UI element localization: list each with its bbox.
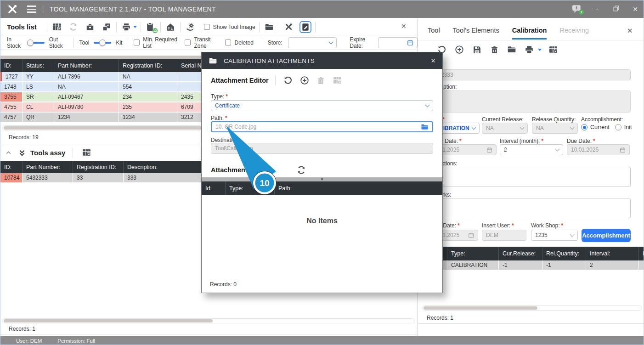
refresh-icon[interactable] xyxy=(68,21,79,33)
col-type[interactable]: Type: xyxy=(226,181,275,195)
col-part-number[interactable]: Part Number: xyxy=(54,59,119,72)
pick-list-icon[interactable]: 12 xyxy=(145,21,157,33)
print-icon[interactable] xyxy=(120,21,132,33)
col-id[interactable]: ID: xyxy=(0,59,23,72)
warehouse-in-out-icon[interactable] xyxy=(164,21,176,33)
close-button[interactable]: ✕ xyxy=(631,6,640,13)
folder-icon[interactable] xyxy=(263,21,275,33)
min-required-checkbox[interactable] xyxy=(134,40,140,45)
interval-select[interactable]: 2 xyxy=(500,144,563,155)
store-label: Store: xyxy=(268,40,282,46)
calendar-icon[interactable] xyxy=(407,40,413,46)
transit-zone-checkbox[interactable] xyxy=(185,40,191,45)
tools-assy-hscrollbar[interactable] xyxy=(2,318,415,323)
accomplishment-button[interactable]: Accomplishment xyxy=(582,229,631,242)
detail-close-icon[interactable]: ✕ xyxy=(627,27,633,35)
cell-reg: 234 xyxy=(119,92,177,102)
attachment-path-input[interactable]: 10. QR Code.jpg xyxy=(211,121,433,132)
tools-icon[interactable] xyxy=(283,21,295,33)
col-rel-quantity[interactable]: Rel.Quantity: xyxy=(542,247,586,260)
restore-icon xyxy=(613,6,619,11)
tool-kit-toggle[interactable] xyxy=(94,39,111,46)
export-excel-icon[interactable] xyxy=(547,44,559,56)
add-icon[interactable] xyxy=(453,44,465,56)
col-path[interactable]: Path: xyxy=(275,181,442,195)
tools-list-close-icon[interactable]: ✕ xyxy=(401,23,407,30)
export-excel-icon[interactable] xyxy=(51,21,63,33)
col-interval[interactable]: Interval: xyxy=(586,247,639,260)
collapse-chevron-up-icon[interactable] xyxy=(5,149,12,156)
toolbox-icon[interactable] xyxy=(84,21,96,33)
col-status[interactable]: Status: xyxy=(23,59,54,72)
deleted-checkbox[interactable] xyxy=(225,40,231,45)
tool-label: Tool xyxy=(79,40,89,46)
export-excel-icon xyxy=(332,74,344,86)
destination-label: Destination: xyxy=(211,137,240,143)
print-dropdown-arrow[interactable] xyxy=(133,26,137,28)
print-dropdown-arrow[interactable] xyxy=(538,49,542,51)
table-row-selected[interactable]: CALIBRATION -1 -1 2 xyxy=(423,260,644,271)
radio-init-label: Init xyxy=(624,124,632,130)
work-shop-select[interactable]: 1235 xyxy=(531,230,578,241)
save-icon[interactable] xyxy=(471,44,483,56)
edit-attachments-button-active[interactable] xyxy=(299,21,311,33)
refresh-icon[interactable] xyxy=(295,164,307,176)
part-number-field: 5432333 xyxy=(428,69,631,80)
hand-gear-icon[interactable] xyxy=(184,21,196,33)
accomplishment-label: Accomplishment: xyxy=(581,116,623,123)
move-copy-icon[interactable] xyxy=(101,21,113,33)
tab-tool[interactable]: Tool xyxy=(428,27,440,40)
destination-field: Tool\Calibration xyxy=(211,143,433,154)
grid-splitter[interactable]: ▼ xyxy=(202,177,442,181)
minimize-button[interactable]: – xyxy=(592,6,601,13)
col-id[interactable]: ID: xyxy=(0,161,23,173)
attachment-type-select[interactable]: Certificate xyxy=(211,100,433,111)
calibration-grid-hscrollbar[interactable] xyxy=(422,305,642,311)
folder-icon[interactable] xyxy=(506,44,518,56)
radio-current[interactable] xyxy=(581,124,588,130)
splitter-arrow-icon[interactable]: ▼ xyxy=(320,178,324,181)
instructions-field[interactable] xyxy=(428,167,631,187)
add-icon[interactable] xyxy=(299,74,311,86)
cell-id: 4755 xyxy=(0,102,23,112)
notifications-icon[interactable]: 1 xyxy=(572,5,582,14)
tab-calibration[interactable]: Calibration xyxy=(512,27,547,40)
tab-tools-elements[interactable]: Tool's Elements xyxy=(453,27,499,40)
browse-folder-icon[interactable] xyxy=(421,123,429,131)
double-chevron-down-icon[interactable] xyxy=(18,149,26,157)
cell-cur-release: -1 xyxy=(499,260,542,270)
undo-icon[interactable] xyxy=(282,74,294,86)
assy-export-excel-icon[interactable] xyxy=(80,147,92,159)
tools-records-count: Records: 19 xyxy=(9,134,39,141)
col-registration-id[interactable]: Registration ID: xyxy=(73,161,124,173)
remarks-field[interactable] xyxy=(428,198,631,218)
cell-id: 4757 xyxy=(0,113,23,122)
cell-id: 10784 xyxy=(0,173,23,182)
radio-init[interactable] xyxy=(615,124,621,130)
attachments-section-header: Attachments xyxy=(211,164,307,176)
col-registration-id[interactable]: Registration ID: xyxy=(119,59,177,72)
attachment-path-label: Path:* xyxy=(211,115,227,121)
col-cur-release[interactable]: Cur.Release: xyxy=(499,247,542,260)
print-icon[interactable] xyxy=(523,44,535,56)
tab-receiving[interactable]: Receiving xyxy=(559,27,589,40)
show-tool-image-checkbox[interactable] xyxy=(204,24,210,30)
scroll-thumb[interactable] xyxy=(4,319,213,322)
col-id[interactable]: Id: xyxy=(202,181,226,195)
col-part-number[interactable]: Part Number: xyxy=(23,161,73,173)
interval-label: Interval (month):* xyxy=(500,138,543,144)
scroll-thumb[interactable] xyxy=(424,306,537,310)
col-next[interactable]: In xyxy=(639,247,644,260)
restore-button[interactable] xyxy=(611,6,621,13)
delete-icon[interactable] xyxy=(488,44,500,56)
scroll-thumb[interactable] xyxy=(4,126,210,130)
dialog-close-icon[interactable]: ✕ xyxy=(431,57,436,64)
col-type[interactable]: Type: xyxy=(447,247,499,260)
store-select[interactable] xyxy=(288,37,337,48)
cell-status: LS xyxy=(23,82,54,91)
cell-part: NA xyxy=(54,82,119,91)
stock-toggle[interactable] xyxy=(27,39,45,46)
expire-date-input[interactable] xyxy=(378,37,418,48)
dialog-titlebar[interactable]: CALIBRATION ATTACHMENTS ✕ xyxy=(202,52,442,69)
menu-icon[interactable] xyxy=(27,6,36,13)
